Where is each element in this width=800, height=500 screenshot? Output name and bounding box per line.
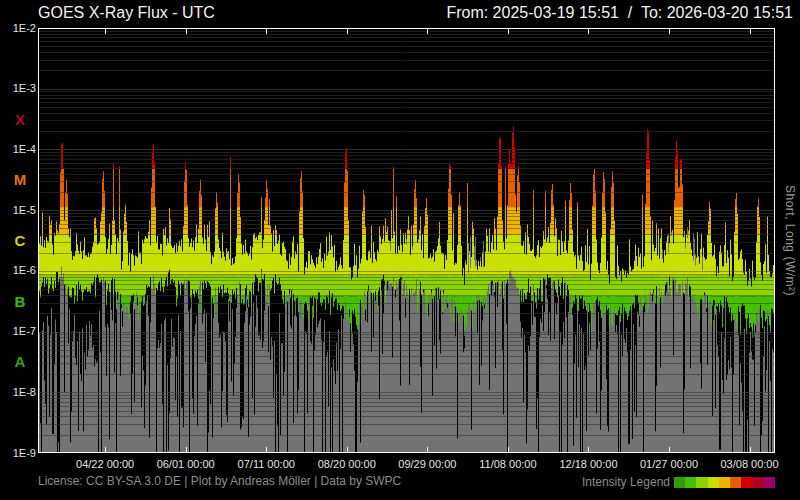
x-axis-tick-label: 12/18 00:00	[559, 458, 617, 470]
time-range-label: From: 2025-03-19 15:51 / To: 2026-03-20 …	[446, 4, 793, 22]
flare-class-label-c: C	[8, 233, 32, 248]
y-axis-tick-label: 1E-6	[0, 265, 36, 276]
legend-color-swatch	[741, 477, 752, 488]
y-axis-tick-label: 1E-7	[0, 326, 36, 337]
legend-color-swatch	[719, 477, 730, 488]
legend-color-swatch	[696, 477, 707, 488]
legend-color-swatch	[764, 477, 775, 488]
legend-color-swatch	[753, 477, 764, 488]
y-axis-tick-label: 1E-8	[0, 387, 36, 398]
x-axis-tick-label: 08/20 00:00	[318, 458, 376, 470]
intensity-legend-label: Intensity Legend	[575, 475, 670, 489]
legend-color-swatch	[730, 477, 741, 488]
flare-class-label-x: X	[8, 112, 32, 127]
x-axis-tick-label: 01/27 00:00	[640, 458, 698, 470]
legend-color-swatch	[708, 477, 719, 488]
flare-class-label-m: M	[8, 172, 32, 187]
flare-class-label-a: A	[8, 354, 32, 369]
x-axis-tick-label: 09/29 00:00	[398, 458, 456, 470]
x-axis-tick-label: 07/11 00:00	[238, 458, 295, 470]
flare-class-label-b: B	[8, 294, 32, 309]
y-axis-tick-label: 1E-4	[0, 144, 36, 155]
y-axis-tick-label: 1E-3	[0, 83, 36, 94]
x-axis-tick-label: 11/08 00:00	[479, 458, 536, 470]
x-axis-tick-label: 06/01 00:00	[157, 458, 215, 470]
legend-color-swatch	[674, 477, 685, 488]
xray-flux-plot-canvas	[38, 28, 775, 453]
plot-area	[38, 28, 775, 453]
y-axis-tick-label: 1E-2	[0, 23, 36, 34]
page-title: GOES X-Ray Flux - UTC	[38, 4, 215, 22]
x-axis-tick-label: 04/22 00:00	[76, 458, 134, 470]
y-axis-tick-label: 1E-9	[0, 448, 36, 459]
x-axis-tick-label: 03/08 00:00	[721, 458, 779, 470]
intensity-legend-bar	[674, 477, 775, 488]
right-axis-label: Short, Long (W/m²)	[779, 28, 797, 453]
license-text: License: CC BY-SA 3.0 DE | Plot by Andre…	[38, 474, 401, 488]
goes-xray-flux-app: GOES X-Ray Flux - UTC From: 2025-03-19 1…	[0, 0, 800, 500]
legend-color-swatch	[685, 477, 696, 488]
y-axis-tick-label: 1E-5	[0, 205, 36, 216]
